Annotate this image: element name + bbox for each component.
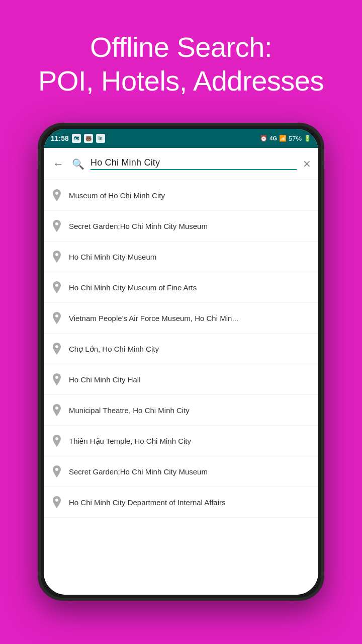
result-text: Ho Chi Minh City Department of Internal … xyxy=(69,498,226,508)
result-item-1[interactable]: Museum of Ho Chi Minh City xyxy=(44,180,318,211)
pin-icon xyxy=(52,496,62,508)
result-item-8[interactable]: Municipal Theatre, Ho Chi Minh City xyxy=(44,395,318,426)
result-item-10[interactable]: Secret Garden;Ho Chi Minh City Museum xyxy=(44,456,318,487)
status-left: 11:58 🗺 🐻 in xyxy=(51,134,105,143)
battery-percent: 57% xyxy=(289,135,302,142)
result-text: Ho Chi Minh City Hall xyxy=(69,375,141,385)
app-icon-2: 🐻 xyxy=(84,134,93,143)
status-bar: 11:58 🗺 🐻 in ⏰ 4G 📶 57% 🔋 xyxy=(44,129,318,148)
signal-bars: 📶 xyxy=(279,135,287,142)
result-text: Secret Garden;Ho Chi Minh City Museum xyxy=(69,221,208,231)
result-item-3[interactable]: Ho Chi Minh City Museum xyxy=(44,242,318,272)
result-item-6[interactable]: Chợ Lớn, Ho Chi Minh City xyxy=(44,334,318,364)
status-time: 11:58 xyxy=(51,134,69,142)
signal-4g: 4G xyxy=(269,135,277,141)
clear-button[interactable]: ✕ xyxy=(303,158,311,170)
pin-icon xyxy=(52,404,62,416)
back-button[interactable]: ← xyxy=(51,155,66,173)
linkedin-icon: in xyxy=(96,134,105,143)
result-item-5[interactable]: Vietnam People's Air Force Museum, Ho Ch… xyxy=(44,303,318,334)
result-text: Secret Garden;Ho Chi Minh City Museum xyxy=(69,467,208,477)
result-text: Ho Chi Minh City Museum xyxy=(69,252,156,262)
phone-inner: 11:58 🗺 🐻 in ⏰ 4G 📶 57% 🔋 ← xyxy=(44,129,318,595)
result-item-11[interactable]: Ho Chi Minh City Department of Internal … xyxy=(44,487,318,518)
result-text: Ho Chi Minh City Museum of Fine Arts xyxy=(69,283,197,293)
search-icon: 🔍 xyxy=(72,158,84,170)
results-list: Museum of Ho Chi Minh City Secret Garden… xyxy=(44,180,318,595)
result-item-4[interactable]: Ho Chi Minh City Museum of Fine Arts xyxy=(44,272,318,303)
phone-wrapper: 11:58 🗺 🐻 in ⏰ 4G 📶 57% 🔋 ← xyxy=(38,123,324,601)
alarm-icon: ⏰ xyxy=(260,135,267,142)
battery-icon: 🔋 xyxy=(304,135,311,142)
search-query[interactable]: Ho Chi Minh City xyxy=(90,157,297,170)
pin-icon xyxy=(52,373,62,385)
result-item-7[interactable]: Ho Chi Minh City Hall xyxy=(44,364,318,395)
pin-icon xyxy=(52,343,62,355)
pin-icon xyxy=(52,435,62,447)
search-bar: ← 🔍 Ho Chi Minh City ✕ xyxy=(44,148,318,180)
result-item-9[interactable]: Thiên Hậu Temple, Ho Chi Minh City xyxy=(44,426,318,456)
result-text: Museum of Ho Chi Minh City xyxy=(69,191,165,201)
pin-icon xyxy=(52,312,62,324)
pin-icon xyxy=(52,220,62,232)
hero-section: Offline Search:POI, Hotels, Addresses xyxy=(18,0,344,118)
status-right: ⏰ 4G 📶 57% 🔋 xyxy=(260,135,311,142)
pin-icon xyxy=(52,465,62,477)
result-item-2[interactable]: Secret Garden;Ho Chi Minh City Museum xyxy=(44,211,318,242)
phone-content: 11:58 🗺 🐻 in ⏰ 4G 📶 57% 🔋 ← xyxy=(44,129,318,595)
phone-frame: 11:58 🗺 🐻 in ⏰ 4G 📶 57% 🔋 ← xyxy=(38,123,324,601)
hero-title: Offline Search:POI, Hotels, Addresses xyxy=(38,31,324,97)
result-text: Municipal Theatre, Ho Chi Minh City xyxy=(69,406,190,416)
result-text: Thiên Hậu Temple, Ho Chi Minh City xyxy=(69,436,191,446)
result-text: Vietnam People's Air Force Museum, Ho Ch… xyxy=(69,313,238,324)
pin-icon xyxy=(52,281,62,293)
result-text: Chợ Lớn, Ho Chi Minh City xyxy=(69,344,159,354)
pin-icon xyxy=(52,189,62,201)
app-icon-1: 🗺 xyxy=(72,134,81,143)
pin-icon xyxy=(52,251,62,263)
